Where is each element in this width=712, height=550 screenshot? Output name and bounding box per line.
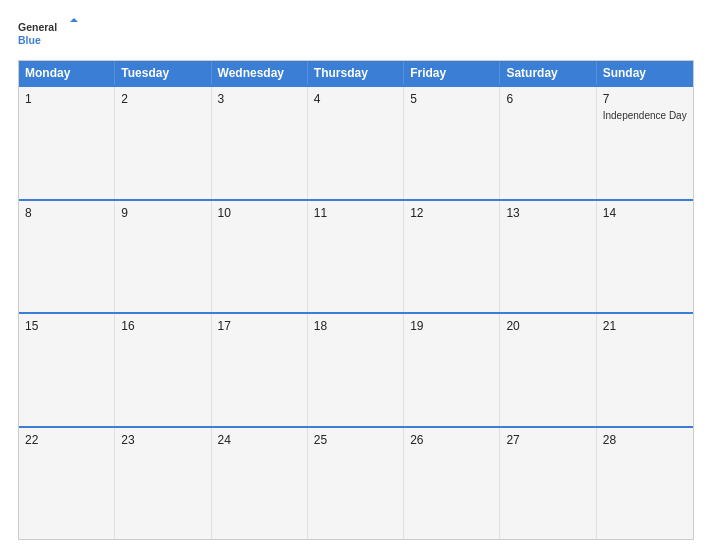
- event-label: Independence Day: [603, 110, 687, 121]
- calendar-cell: 2: [115, 87, 211, 199]
- day-number: 14: [603, 206, 687, 220]
- calendar: MondayTuesdayWednesdayThursdayFridaySatu…: [18, 60, 694, 540]
- day-number: 20: [506, 319, 589, 333]
- calendar-cell: 28: [597, 428, 693, 540]
- day-number: 12: [410, 206, 493, 220]
- day-number: 21: [603, 319, 687, 333]
- weekday-header: Wednesday: [212, 61, 308, 85]
- calendar-cell: 18: [308, 314, 404, 426]
- weekday-header: Sunday: [597, 61, 693, 85]
- calendar-cell: 15: [19, 314, 115, 426]
- calendar-cell: 8: [19, 201, 115, 313]
- calendar-cell: 3: [212, 87, 308, 199]
- day-number: 25: [314, 433, 397, 447]
- weekday-header: Tuesday: [115, 61, 211, 85]
- calendar-cell: 21: [597, 314, 693, 426]
- svg-text:General: General: [18, 21, 57, 33]
- day-number: 7: [603, 92, 687, 106]
- calendar-cell: 4: [308, 87, 404, 199]
- day-number: 2: [121, 92, 204, 106]
- logo-svg: General Blue: [18, 18, 78, 50]
- day-number: 18: [314, 319, 397, 333]
- day-number: 9: [121, 206, 204, 220]
- day-number: 13: [506, 206, 589, 220]
- weekday-header: Thursday: [308, 61, 404, 85]
- day-number: 16: [121, 319, 204, 333]
- header: General Blue: [18, 18, 694, 50]
- calendar-cell: 19: [404, 314, 500, 426]
- day-number: 5: [410, 92, 493, 106]
- calendar-cell: 27: [500, 428, 596, 540]
- calendar-cell: 5: [404, 87, 500, 199]
- calendar-row: 891011121314: [19, 199, 693, 313]
- day-number: 27: [506, 433, 589, 447]
- calendar-row: 15161718192021: [19, 312, 693, 426]
- calendar-cell: 14: [597, 201, 693, 313]
- calendar-cell: 13: [500, 201, 596, 313]
- calendar-cell: 6: [500, 87, 596, 199]
- day-number: 15: [25, 319, 108, 333]
- logo: General Blue: [18, 18, 78, 50]
- calendar-row: 22232425262728: [19, 426, 693, 540]
- calendar-cell: 22: [19, 428, 115, 540]
- day-number: 11: [314, 206, 397, 220]
- calendar-cell: 17: [212, 314, 308, 426]
- day-number: 8: [25, 206, 108, 220]
- calendar-cell: 10: [212, 201, 308, 313]
- calendar-cell: 26: [404, 428, 500, 540]
- calendar-cell: 25: [308, 428, 404, 540]
- day-number: 6: [506, 92, 589, 106]
- day-number: 17: [218, 319, 301, 333]
- calendar-cell: 1: [19, 87, 115, 199]
- day-number: 28: [603, 433, 687, 447]
- calendar-cell: 12: [404, 201, 500, 313]
- day-number: 3: [218, 92, 301, 106]
- weekday-header: Saturday: [500, 61, 596, 85]
- day-number: 23: [121, 433, 204, 447]
- page: General Blue MondayTuesdayWednesdayThurs…: [0, 0, 712, 550]
- day-number: 22: [25, 433, 108, 447]
- calendar-cell: 9: [115, 201, 211, 313]
- svg-marker-2: [70, 18, 78, 22]
- calendar-cell: 23: [115, 428, 211, 540]
- calendar-row: 1234567Independence Day: [19, 85, 693, 199]
- calendar-header: MondayTuesdayWednesdayThursdayFridaySatu…: [19, 61, 693, 85]
- day-number: 4: [314, 92, 397, 106]
- day-number: 1: [25, 92, 108, 106]
- calendar-cell: 24: [212, 428, 308, 540]
- weekday-header: Friday: [404, 61, 500, 85]
- calendar-cell: 7Independence Day: [597, 87, 693, 199]
- calendar-body: 1234567Independence Day89101112131415161…: [19, 85, 693, 539]
- weekday-header: Monday: [19, 61, 115, 85]
- day-number: 19: [410, 319, 493, 333]
- calendar-cell: 20: [500, 314, 596, 426]
- calendar-cell: 16: [115, 314, 211, 426]
- svg-text:Blue: Blue: [18, 34, 41, 46]
- day-number: 24: [218, 433, 301, 447]
- calendar-cell: 11: [308, 201, 404, 313]
- day-number: 26: [410, 433, 493, 447]
- day-number: 10: [218, 206, 301, 220]
